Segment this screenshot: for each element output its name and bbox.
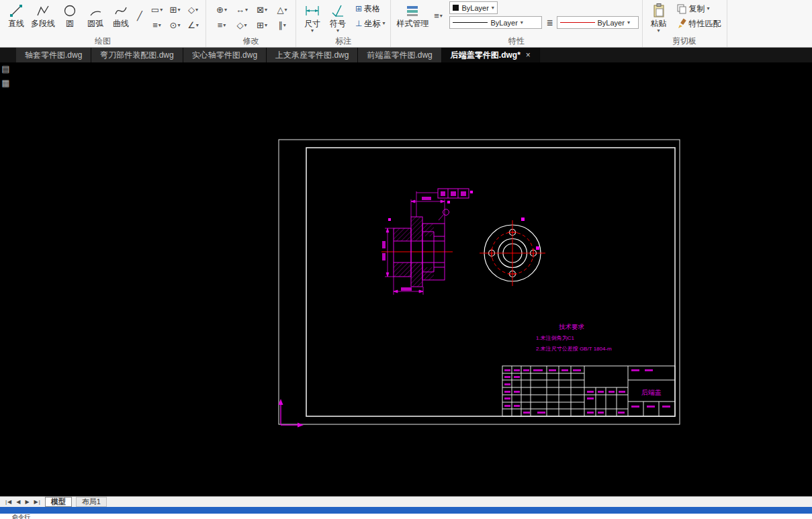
tech-requirements-line2: 2.未注尺寸公差按 GB/T 1804-m [536, 346, 612, 352]
layout1-tab[interactable]: 布局1 [76, 497, 107, 507]
next-tab-icon[interactable]: ▶ [25, 499, 30, 505]
modify-button[interactable]: ⊕▾ [212, 2, 232, 17]
paste-icon [651, 2, 666, 19]
chevron-down-icon: ▾ [382, 21, 385, 26]
layer-color-swatch [453, 5, 459, 11]
document-tab-2[interactable]: 实心轴零件图.dwg [183, 48, 267, 62]
polyline-icon [36, 2, 50, 19]
command-line-label: 命令行 [0, 514, 812, 519]
chevron-down-icon: ▾ [159, 23, 161, 28]
section-label-modify: 修改 [206, 36, 296, 47]
line-icon [9, 2, 24, 19]
palette-icon[interactable]: ▤ [1, 64, 9, 74]
coordinate-tool-button[interactable]: ⊥ 坐标 ▾ [353, 16, 387, 31]
color-select[interactable]: ByLayer ▾ [557, 16, 639, 29]
copy-button[interactable]: 复制 ▾ [674, 1, 723, 16]
draw-extra-tools: ▭▾ ⊞▾ ◇▾ ≡▾ ⊙▾ ∠▾ [148, 2, 202, 33]
circle-icon [62, 2, 77, 19]
section-label-properties: 特性 [391, 36, 641, 47]
chevron-down-icon: ▾ [440, 13, 443, 19]
chevron-down-icon: ▾ [265, 7, 267, 13]
style-manager-button[interactable]: 样式管理 [394, 1, 431, 29]
erase-icon: ⊠ [257, 5, 264, 15]
last-tab-icon[interactable]: ▶| [34, 499, 41, 505]
table-icon: ⊞ [355, 4, 362, 13]
sheet-icon[interactable]: ▦ [1, 78, 9, 88]
hatch-icon: ≡ [152, 21, 158, 30]
trim-icon: ⊞ [257, 21, 264, 30]
style-manager-label: 样式管理 [396, 19, 428, 28]
sketch-tool-button[interactable]: ╱ [134, 1, 146, 31]
modify-button[interactable]: ↔▾ [232, 2, 252, 17]
document-tab-1[interactable]: 弯刀部件装配图.dwg [91, 48, 183, 62]
draw-extra-button[interactable]: ▭▾ [148, 2, 166, 17]
document-tab-5-active[interactable]: 后端盖零件图.dwg* × [442, 48, 540, 62]
ribbon-filler [727, 0, 812, 47]
document-tab-4[interactable]: 前端盖零件图.dwg [358, 48, 441, 62]
layer-menu-button[interactable]: ≡ ▾ [431, 1, 445, 31]
draw-extra-button[interactable]: ⊙▾ [166, 17, 184, 33]
chevron-down-icon: ▾ [521, 20, 523, 26]
chevron-down-icon: ▾ [160, 7, 163, 13]
draw-extra-button[interactable]: ◇▾ [184, 2, 202, 17]
ribbon-section-properties: 样式管理 ≡ ▾ ByLayer ▾ ByLayer [391, 0, 642, 47]
table-tool-button[interactable]: ⊞ 表格 [353, 1, 387, 16]
paste-button[interactable]: 粘贴 ▾ [646, 1, 672, 34]
draw-extra-button[interactable]: ∠▾ [184, 17, 202, 33]
copy-icon [676, 3, 687, 14]
circle-label: 圆 [66, 19, 74, 28]
color-value: ByLayer [598, 19, 625, 27]
command-input-bar[interactable] [0, 507, 812, 514]
line-tool-button[interactable]: 直线 [3, 1, 29, 29]
modify-button[interactable]: ≡▾ [212, 17, 232, 33]
modify-button[interactable]: ⊞▾ [252, 17, 272, 33]
tech-requirements-title: 技术要求 [559, 323, 585, 330]
cad-drawing: 技术要求 1.未注倒角为C1 2.未注尺寸公差按 GB/T 1804-m [0, 62, 812, 496]
modify-button[interactable]: △▾ [272, 2, 292, 17]
draw-extra-button[interactable]: ≡▾ [148, 17, 166, 33]
chevron-down-icon: ▾ [224, 7, 227, 13]
chevron-down-icon: ▾ [658, 28, 660, 34]
arc-tool-button[interactable]: 圆弧 [83, 1, 108, 29]
section-label-clipboard: 剪切板 [643, 36, 727, 47]
modify-button[interactable]: ⊠▾ [252, 2, 272, 17]
draw-extra-button[interactable]: ⊞▾ [166, 2, 184, 17]
circle-tool-button[interactable]: 圆 [57, 1, 83, 29]
section-label-annotate: 标注 [296, 36, 390, 47]
polyline-label: 多段线 [31, 19, 55, 28]
ribbon-section-clipboard: 粘贴 ▾ 复制 ▾ 特性匹配 剪切板 [643, 0, 727, 47]
point-icon: ⊙ [170, 21, 177, 30]
spline-tool-button[interactable]: 曲线 [108, 1, 134, 29]
lineweight-icon[interactable]: ≣ [546, 18, 552, 28]
part-name: 后端盖 [641, 389, 662, 396]
dimension-icon [304, 2, 320, 19]
match-properties-button[interactable]: 特性匹配 [674, 16, 723, 31]
chevron-down-icon: ▾ [707, 6, 710, 11]
close-icon[interactable]: × [525, 50, 531, 60]
grid-icon: ⊞ [170, 5, 177, 15]
chevron-down-icon: ▾ [283, 23, 286, 28]
first-tab-icon[interactable]: |◀ [5, 499, 12, 505]
drawing-canvas[interactable]: ▤ ▦ [0, 62, 812, 496]
dimension-tool-button[interactable]: 尺寸 ▾ [300, 1, 325, 34]
model-tab[interactable]: 模型 [45, 497, 72, 507]
document-tab-3[interactable]: 上支承座零件图.dwg [267, 48, 358, 62]
chevron-down-icon: ▾ [311, 28, 314, 34]
line-label: 直线 [8, 19, 24, 28]
linetype-select[interactable]: ByLayer ▾ [449, 16, 542, 29]
modify-button[interactable]: ∥▾ [272, 17, 292, 33]
modify-button[interactable]: ◇▾ [232, 17, 252, 33]
document-tab-bar: 轴套零件图.dwg 弯刀部件装配图.dwg 实心轴零件图.dwg 上支承座零件图… [0, 48, 812, 62]
ribbon-section-modify: ⊕▾ ↔▾ ⊠▾ △▾ ≡▾ ◇▾ ⊞▾ ∥▾ 修改 [206, 0, 296, 47]
stretch-icon: ∥ [278, 21, 283, 30]
symbol-tool-button[interactable]: 符号 ▾ [325, 1, 351, 34]
polyline-tool-button[interactable]: 多段线 [29, 1, 57, 29]
document-tab-0[interactable]: 轴套零件图.dwg [16, 48, 91, 62]
ribbon-section-annotate: 尺寸 ▾ 符号 ▾ ⊞ 表格 ⊥ 坐标 ▾ [296, 0, 391, 47]
chevron-down-icon: ▾ [177, 7, 180, 13]
layer-select[interactable]: ByLayer ▾ [449, 1, 497, 14]
array-icon: ≡ [218, 21, 223, 30]
prev-tab-icon[interactable]: ◀ [16, 499, 21, 505]
color-line-sample [560, 22, 595, 23]
brush-icon [676, 18, 687, 29]
